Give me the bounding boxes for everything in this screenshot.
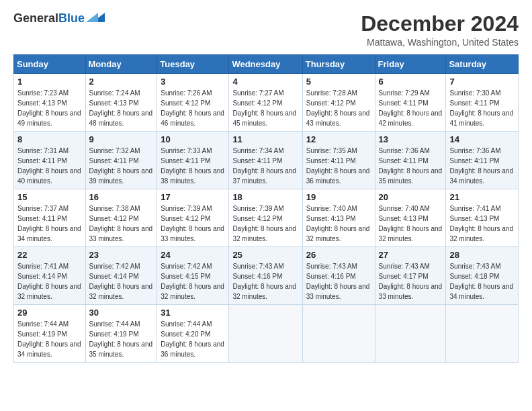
table-row: 9Sunrise: 7:32 AMSunset: 4:11 PMDaylight… <box>85 132 157 189</box>
table-row: 6Sunrise: 7:29 AMSunset: 4:11 PMDaylight… <box>375 74 446 132</box>
day-info: Sunrise: 7:40 AMSunset: 4:13 PMDaylight:… <box>379 203 443 244</box>
day-info: Sunrise: 7:36 AMSunset: 4:11 PMDaylight:… <box>379 146 443 186</box>
day-info: Sunrise: 7:39 AMSunset: 4:12 PMDaylight:… <box>161 203 225 244</box>
day-info: Sunrise: 7:34 AMSunset: 4:11 PMDaylight:… <box>232 146 298 186</box>
day-number: 18 <box>232 192 298 202</box>
day-info: Sunrise: 7:23 AMSunset: 4:13 PMDaylight:… <box>17 88 82 128</box>
table-row: 8Sunrise: 7:31 AMSunset: 4:11 PMDaylight… <box>14 132 86 189</box>
day-info: Sunrise: 7:38 AMSunset: 4:12 PMDaylight:… <box>89 203 154 244</box>
logo: GeneralBlue <box>13 12 106 26</box>
day-number: 11 <box>232 134 298 144</box>
day-info: Sunrise: 7:43 AMSunset: 4:16 PMDaylight:… <box>306 261 371 302</box>
table-row: 7Sunrise: 7:30 AMSunset: 4:11 PMDaylight… <box>446 74 519 132</box>
day-number: 27 <box>379 250 443 260</box>
table-row: 22Sunrise: 7:41 AMSunset: 4:14 PMDayligh… <box>14 247 86 305</box>
calendar-week-row: 8Sunrise: 7:31 AMSunset: 4:11 PMDaylight… <box>14 132 519 189</box>
day-number: 14 <box>449 134 515 144</box>
table-row: 4Sunrise: 7:27 AMSunset: 4:12 PMDaylight… <box>229 74 302 132</box>
table-row: 31Sunrise: 7:44 AMSunset: 4:20 PMDayligh… <box>157 305 229 363</box>
subtitle: Mattawa, Washington, United States <box>361 37 519 48</box>
day-info: Sunrise: 7:28 AMSunset: 4:12 PMDaylight:… <box>306 88 371 128</box>
table-row: 10Sunrise: 7:33 AMSunset: 4:11 PMDayligh… <box>157 132 229 189</box>
header-friday: Friday <box>375 55 446 74</box>
header-tuesday: Tuesday <box>157 55 229 74</box>
table-row: 24Sunrise: 7:42 AMSunset: 4:15 PMDayligh… <box>157 247 229 305</box>
main-title: December 2024 <box>361 12 519 36</box>
day-info: Sunrise: 7:37 AMSunset: 4:11 PMDaylight:… <box>17 203 82 244</box>
table-row: 23Sunrise: 7:42 AMSunset: 4:14 PMDayligh… <box>85 247 157 305</box>
day-number: 4 <box>232 77 298 87</box>
header-saturday: Saturday <box>446 55 519 74</box>
day-info: Sunrise: 7:27 AMSunset: 4:12 PMDaylight:… <box>232 88 298 128</box>
table-row: 13Sunrise: 7:36 AMSunset: 4:11 PMDayligh… <box>375 132 446 189</box>
day-number: 24 <box>161 250 225 260</box>
day-number: 19 <box>306 192 371 202</box>
day-number: 13 <box>379 134 443 144</box>
day-info: Sunrise: 7:30 AMSunset: 4:11 PMDaylight:… <box>449 88 515 128</box>
day-number: 7 <box>449 77 515 87</box>
table-row: 15Sunrise: 7:37 AMSunset: 4:11 PMDayligh… <box>14 189 86 247</box>
day-info: Sunrise: 7:32 AMSunset: 4:11 PMDaylight:… <box>89 146 154 186</box>
table-row: 1Sunrise: 7:23 AMSunset: 4:13 PMDaylight… <box>14 74 86 132</box>
page: GeneralBlue December 2024 Mattawa, Washi… <box>0 0 532 411</box>
day-number: 9 <box>89 134 154 144</box>
day-info: Sunrise: 7:24 AMSunset: 4:13 PMDaylight:… <box>89 88 154 128</box>
day-number: 21 <box>449 192 515 202</box>
table-row: 20Sunrise: 7:40 AMSunset: 4:13 PMDayligh… <box>375 189 446 247</box>
table-row: 21Sunrise: 7:41 AMSunset: 4:13 PMDayligh… <box>446 189 519 247</box>
weekday-header-row: Sunday Monday Tuesday Wednesday Thursday… <box>14 55 519 74</box>
header: GeneralBlue December 2024 Mattawa, Washi… <box>13 12 519 48</box>
header-monday: Monday <box>85 55 157 74</box>
day-number: 23 <box>89 250 154 260</box>
day-info: Sunrise: 7:26 AMSunset: 4:12 PMDaylight:… <box>161 88 225 128</box>
day-info: Sunrise: 7:40 AMSunset: 4:13 PMDaylight:… <box>306 203 371 244</box>
day-number: 3 <box>161 77 225 87</box>
day-info: Sunrise: 7:33 AMSunset: 4:11 PMDaylight:… <box>161 146 225 186</box>
day-info: Sunrise: 7:43 AMSunset: 4:17 PMDaylight:… <box>379 261 443 302</box>
day-info: Sunrise: 7:44 AMSunset: 4:19 PMDaylight:… <box>89 319 154 359</box>
day-info: Sunrise: 7:44 AMSunset: 4:19 PMDaylight:… <box>17 319 82 359</box>
day-number: 25 <box>232 250 298 260</box>
day-number: 29 <box>17 308 82 318</box>
day-number: 22 <box>17 250 82 260</box>
table-row: 16Sunrise: 7:38 AMSunset: 4:12 PMDayligh… <box>85 189 157 247</box>
day-number: 2 <box>89 77 154 87</box>
title-block: December 2024 Mattawa, Washington, Unite… <box>361 12 519 48</box>
day-info: Sunrise: 7:29 AMSunset: 4:11 PMDaylight:… <box>379 88 443 128</box>
table-row: 18Sunrise: 7:39 AMSunset: 4:12 PMDayligh… <box>229 189 302 247</box>
table-row: 30Sunrise: 7:44 AMSunset: 4:19 PMDayligh… <box>85 305 157 363</box>
table-row <box>302 305 375 363</box>
day-number: 17 <box>161 192 225 202</box>
day-number: 28 <box>449 250 515 260</box>
day-number: 20 <box>379 192 443 202</box>
day-number: 12 <box>306 134 371 144</box>
svg-marker-1 <box>86 13 98 22</box>
day-number: 8 <box>17 134 82 144</box>
table-row <box>446 305 519 363</box>
day-info: Sunrise: 7:42 AMSunset: 4:14 PMDaylight:… <box>89 261 154 302</box>
day-number: 15 <box>17 192 82 202</box>
day-number: 31 <box>161 308 225 318</box>
day-info: Sunrise: 7:41 AMSunset: 4:14 PMDaylight:… <box>17 261 82 302</box>
table-row: 12Sunrise: 7:35 AMSunset: 4:11 PMDayligh… <box>302 132 375 189</box>
table-row: 28Sunrise: 7:43 AMSunset: 4:18 PMDayligh… <box>446 247 519 305</box>
day-info: Sunrise: 7:43 AMSunset: 4:16 PMDaylight:… <box>232 261 298 302</box>
table-row: 5Sunrise: 7:28 AMSunset: 4:12 PMDaylight… <box>302 74 375 132</box>
calendar-week-row: 29Sunrise: 7:44 AMSunset: 4:19 PMDayligh… <box>14 305 519 363</box>
logo-icon <box>86 10 106 25</box>
table-row: 26Sunrise: 7:43 AMSunset: 4:16 PMDayligh… <box>302 247 375 305</box>
table-row <box>375 305 446 363</box>
day-number: 6 <box>379 77 443 87</box>
calendar-week-row: 15Sunrise: 7:37 AMSunset: 4:11 PMDayligh… <box>14 189 519 247</box>
day-number: 10 <box>161 134 225 144</box>
table-row: 19Sunrise: 7:40 AMSunset: 4:13 PMDayligh… <box>302 189 375 247</box>
day-number: 26 <box>306 250 371 260</box>
day-number: 5 <box>306 77 371 87</box>
table-row: 2Sunrise: 7:24 AMSunset: 4:13 PMDaylight… <box>85 74 157 132</box>
table-row: 14Sunrise: 7:36 AMSunset: 4:11 PMDayligh… <box>446 132 519 189</box>
header-thursday: Thursday <box>302 55 375 74</box>
header-wednesday: Wednesday <box>229 55 302 74</box>
day-number: 30 <box>89 308 154 318</box>
day-number: 1 <box>17 77 82 87</box>
table-row: 11Sunrise: 7:34 AMSunset: 4:11 PMDayligh… <box>229 132 302 189</box>
